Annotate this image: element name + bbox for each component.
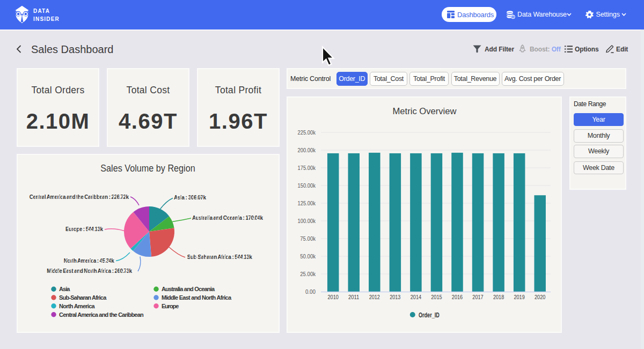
svg-text:Sub-Saharan Africa : 544.13k: Sub-Saharan Africa : 544.13k bbox=[187, 254, 252, 260]
svg-text:Europe: Europe bbox=[162, 303, 179, 309]
svg-text:North America : 45.34k: North America : 45.34k bbox=[64, 258, 114, 264]
svg-text:Sales Volume by Region: Sales Volume by Region bbox=[100, 163, 195, 174]
svg-text:2012: 2012 bbox=[369, 294, 380, 300]
svg-text:Asia: Asia bbox=[59, 286, 70, 292]
svg-text:Central America and the Caribb: Central America and the Caribbean : 226.… bbox=[30, 194, 129, 200]
svg-text:175.00k: 175.00k bbox=[298, 165, 316, 171]
svg-text:Order_ID: Order_ID bbox=[419, 311, 440, 319]
svg-text:2013: 2013 bbox=[390, 294, 400, 300]
svg-text:2018: 2018 bbox=[493, 294, 504, 300]
svg-text:2020: 2020 bbox=[535, 294, 545, 300]
svg-text:2019: 2019 bbox=[514, 294, 524, 300]
svg-text:200.00k: 200.00k bbox=[298, 147, 316, 153]
svg-text:25.00k: 25.00k bbox=[300, 271, 316, 277]
svg-text:Sub-Saharan Africa: Sub-Saharan Africa bbox=[59, 294, 107, 301]
svg-text:125.00k: 125.00k bbox=[298, 200, 316, 206]
svg-text:2015: 2015 bbox=[431, 294, 442, 300]
svg-text:Central America and the Caribb: Central America and the Caribbean bbox=[59, 311, 144, 318]
svg-text:150.00k: 150.00k bbox=[298, 182, 316, 189]
svg-text:Asia : 306.07k: Asia : 306.07k bbox=[174, 195, 206, 201]
svg-text:Australia and Oceania : 170.04: Australia and Oceania : 170.04k bbox=[192, 215, 263, 221]
svg-text:2016: 2016 bbox=[452, 294, 463, 300]
svg-text:Middle East and North Africa :: Middle East and North Africa : 260.73k bbox=[47, 268, 132, 274]
svg-text:50.00k: 50.00k bbox=[300, 253, 316, 259]
svg-text:2014: 2014 bbox=[411, 294, 421, 300]
svg-text:Middle East and North Africa: Middle East and North Africa bbox=[162, 294, 232, 301]
svg-text:Metric Overview: Metric Overview bbox=[393, 106, 457, 116]
svg-text:2017: 2017 bbox=[472, 294, 483, 300]
svg-text:2010: 2010 bbox=[328, 294, 339, 300]
svg-text:0.00: 0.00 bbox=[305, 288, 316, 295]
svg-text:North America: North America bbox=[59, 303, 96, 309]
svg-text:75.00k: 75.00k bbox=[300, 235, 316, 242]
svg-text:100.00k: 100.00k bbox=[298, 218, 316, 224]
svg-text:225.00k: 225.00k bbox=[298, 129, 316, 136]
svg-text:2011: 2011 bbox=[348, 294, 359, 300]
svg-text:Europe : 544.13k: Europe : 544.13k bbox=[65, 226, 103, 232]
svg-text:Australia and Oceania: Australia and Oceania bbox=[162, 286, 215, 292]
